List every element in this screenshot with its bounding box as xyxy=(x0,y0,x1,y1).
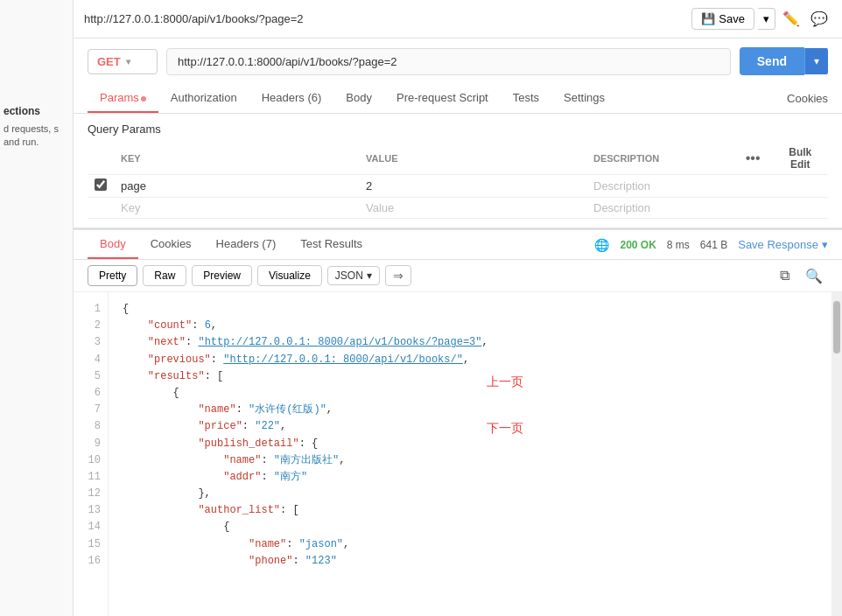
param-value-0[interactable] xyxy=(366,179,579,192)
response-size: 641 B xyxy=(700,239,727,251)
bulk-edit-button[interactable]: Bulk Edit xyxy=(780,146,821,171)
wrap-button[interactable]: ⇒ xyxy=(385,265,411,286)
code-container: 12345678910111213141516 { "count": 6, "n… xyxy=(74,292,842,616)
request-section: GET ▾ Send ▾ Params Authorization Header… xyxy=(74,38,842,228)
params-table: KEY VALUE DESCRIPTION ••• Bulk Edit xyxy=(88,143,828,219)
save-response-label: Save Response xyxy=(738,238,818,251)
table-row xyxy=(88,175,828,198)
response-status-bar: 🌐 200 OK 8 ms 641 B Save Response ▾ xyxy=(594,238,828,252)
request-tabs: Params Authorization Headers (6) Body Pr… xyxy=(74,84,842,114)
code-content: { "count": 6, "next": "http://127.0.0.1:… xyxy=(109,292,831,616)
save-response-arrow-icon: ▾ xyxy=(822,238,828,251)
sidebar-desc: d requests, s and run. xyxy=(4,122,73,150)
query-params-title: Query Params xyxy=(88,122,828,136)
response-time: 8 ms xyxy=(667,239,690,251)
resp-tab-cookies[interactable]: Cookies xyxy=(138,230,204,259)
vertical-scrollbar-thumb[interactable] xyxy=(833,301,840,354)
sidebar-title: ections xyxy=(4,105,73,117)
vertical-scrollbar[interactable] xyxy=(831,292,842,616)
response-body-toolbar: Pretty Raw Preview Visualize JSON ▾ ⇒ ⧉ … xyxy=(74,260,842,292)
param-desc-empty[interactable] xyxy=(593,201,726,214)
left-sidebar: ections d requests, s and run. xyxy=(0,0,74,616)
param-key-empty[interactable] xyxy=(121,201,352,214)
url-actions: 💾 Save ▾ ✏️ 💬 xyxy=(691,7,831,31)
value-col-header: VALUE xyxy=(359,143,586,175)
format-type-label: JSON xyxy=(335,270,363,282)
tab-pre-request-script[interactable]: Pre-request Script xyxy=(384,84,501,113)
copy-button[interactable]: ⧉ xyxy=(775,266,795,285)
url-bar: http://127.0.0.1:8000/api/v1/books/?page… xyxy=(74,0,842,38)
tab-body[interactable]: Body xyxy=(333,84,384,113)
line-numbers: 12345678910111213141516 xyxy=(74,292,109,616)
response-tabs: Body Cookies Headers (7) Test Results 🌐 … xyxy=(74,230,842,260)
save-dropdown-button[interactable]: ▾ xyxy=(758,8,775,30)
resp-tab-test-results[interactable]: Test Results xyxy=(288,230,375,259)
url-input[interactable] xyxy=(166,48,731,75)
method-value: GET xyxy=(97,55,121,68)
floppy-disk-icon: 💾 xyxy=(701,12,715,25)
save-label: Save xyxy=(719,12,745,25)
tab-headers[interactable]: Headers (6) xyxy=(249,84,334,113)
resp-tab-headers[interactable]: Headers (7) xyxy=(204,230,289,259)
cookies-link[interactable]: Cookies xyxy=(787,85,828,112)
format-visualize-button[interactable]: Visualize xyxy=(257,265,322,286)
format-type-select[interactable]: JSON ▾ xyxy=(327,266,380,285)
method-arrow-icon: ▾ xyxy=(126,57,130,66)
tab-settings[interactable]: Settings xyxy=(551,84,617,113)
tab-authorization[interactable]: Authorization xyxy=(158,84,249,113)
resp-tab-body[interactable]: Body xyxy=(88,230,138,259)
param-checkbox-0[interactable] xyxy=(95,178,107,191)
status-code: 200 OK xyxy=(620,239,656,251)
format-type-arrow-icon: ▾ xyxy=(367,270,372,282)
send-dropdown-button[interactable]: ▾ xyxy=(804,48,828,74)
desc-col-header: DESCRIPTION xyxy=(586,143,733,175)
save-response-button[interactable]: Save Response ▾ xyxy=(738,238,828,251)
param-desc-0[interactable] xyxy=(593,179,726,192)
format-preview-button[interactable]: Preview xyxy=(192,265,252,286)
table-row xyxy=(88,198,828,219)
key-col-header: KEY xyxy=(114,143,359,175)
format-pretty-button[interactable]: Pretty xyxy=(88,265,137,286)
url-display: http://127.0.0.1:8000/api/v1/books/?page… xyxy=(84,12,684,25)
response-section: Body Cookies Headers (7) Test Results 🌐 … xyxy=(74,228,842,616)
globe-icon: 🌐 xyxy=(594,238,609,252)
method-select[interactable]: GET ▾ xyxy=(88,49,158,74)
method-url-row: GET ▾ Send ▾ xyxy=(74,38,842,84)
save-button[interactable]: 💾 Save xyxy=(691,8,754,30)
tab-tests[interactable]: Tests xyxy=(501,84,551,113)
param-value-empty[interactable] xyxy=(366,201,579,214)
more-options-button[interactable]: ••• xyxy=(740,149,766,168)
comment-icon-button[interactable]: 💬 xyxy=(807,7,831,31)
query-params-section: Query Params KEY VALUE DESCRIPTION ••• B… xyxy=(74,114,842,228)
format-raw-button[interactable]: Raw xyxy=(143,265,186,286)
param-key-0[interactable] xyxy=(121,179,352,192)
edit-icon-button[interactable]: ✏️ xyxy=(779,7,803,31)
search-button[interactable]: 🔍 xyxy=(800,266,828,286)
send-main-button[interactable]: Send xyxy=(740,47,804,75)
params-dot xyxy=(141,96,146,102)
send-button-group: Send ▾ xyxy=(740,47,828,75)
tab-params[interactable]: Params xyxy=(88,84,158,113)
